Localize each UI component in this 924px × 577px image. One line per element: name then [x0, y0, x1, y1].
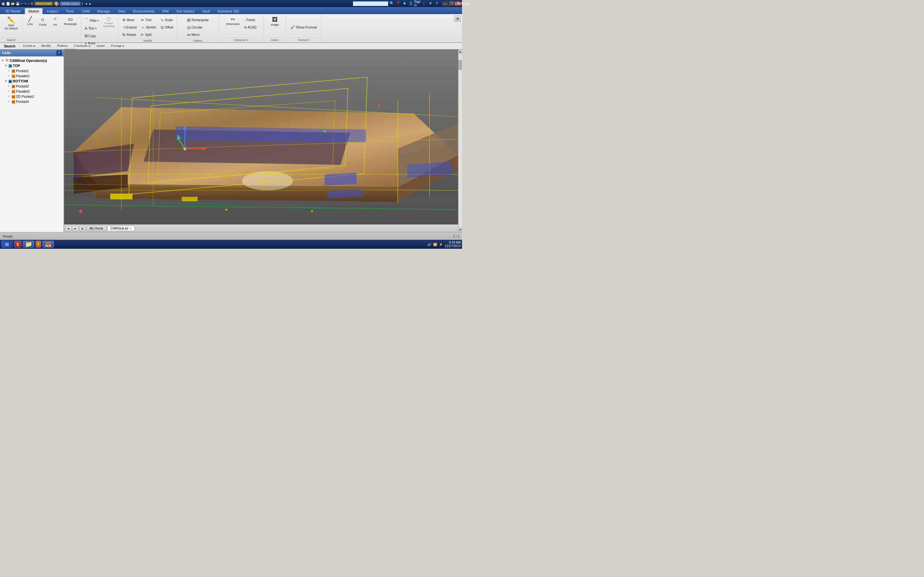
copy-button[interactable]: ⧉ Copy [83, 32, 100, 39]
undo-icon[interactable]: ↩ [21, 2, 23, 5]
bookmark-icon[interactable]: ★ [402, 1, 407, 6]
nav-tab-myhome[interactable]: My Home [87, 226, 106, 231]
app-icon: 🏠 [1, 2, 5, 5]
nav-prev-button[interactable]: ◄ [65, 226, 71, 231]
sketch-tab-label[interactable]: Sketch [0, 43, 19, 49]
close-x-icon[interactable]: ✕ [427, 1, 433, 6]
nav-tab-camseat[interactable]: CAMSeat.ipt ✕ [107, 226, 135, 231]
cam-parallel1-item[interactable]: + = Parallel1 [0, 73, 63, 79]
ribbon-tabs: 3D Model Sketch Inspect Tools CAM Manage… [0, 7, 462, 14]
title-bar: 🏠 📄 📂 💾 ↩ ↪ ⌂ ⚙ Wood (Oak) 🎨 White Oak ▾… [0, 0, 462, 7]
cam-top-item[interactable]: ▼ T TOP [0, 63, 63, 68]
point-label: Point [88, 42, 95, 45]
nav-next-button[interactable]: ► [73, 226, 78, 231]
offset-icon: ⊙ [160, 25, 164, 30]
split-button[interactable]: ⊢ Split [139, 31, 158, 38]
taskbar-folder[interactable]: 📁 [23, 241, 34, 248]
cam-pocket4-item[interactable]: + P Pocket4 [0, 99, 63, 104]
redo-icon[interactable]: ↪ [24, 2, 27, 5]
circle-button[interactable]: ○ Circle [37, 15, 48, 27]
tab-view[interactable]: View [114, 8, 129, 14]
camseat-tab-close[interactable]: ✕ [129, 227, 132, 230]
taskbar: ⊞ S 📁 I 🦊 🔊 📶 ⚡ 8:44 AM 12/27/2014 [0, 240, 462, 249]
text-dropdown[interactable]: ▾ [95, 27, 97, 30]
show-format-button[interactable]: 🖊 Show Format [289, 24, 318, 31]
scroll-up-button[interactable]: ▲ [459, 49, 462, 54]
question-icon[interactable]: ❓ [395, 1, 401, 6]
tab-3d-model[interactable]: 3D Model [2, 8, 24, 14]
taskbar-solidworks[interactable]: S [14, 241, 21, 248]
tab-sketch[interactable]: Sketch [25, 8, 43, 14]
arc-button[interactable]: ◜ Arc [49, 15, 61, 27]
scroll-thumb[interactable] [459, 60, 462, 70]
filename-selector[interactable]: White Oak ▾ [60, 2, 81, 6]
viewport[interactable]: ◄ ► ⊞ My Home CAMSeat.ipt ✕ [64, 49, 458, 232]
mirror-button[interactable]: ⇔ Mirror [186, 31, 210, 38]
fillet-button[interactable]: ⌒ Fillet ▾ [83, 17, 100, 24]
color-picker[interactable]: 🎨 [54, 1, 59, 6]
dimension-button[interactable]: ⇿ Dimension [224, 15, 242, 27]
start-2d-sketch-button[interactable]: ✏️ Start2D Sketch [3, 15, 20, 31]
ribbon-group-format: 🖊 Show Format Format ▾ [286, 14, 321, 42]
rectangle-button[interactable]: ▭ Rectangle [62, 15, 79, 27]
rotate-button[interactable]: ↻ Rotate [121, 31, 138, 38]
points-button[interactable]: · Points [242, 17, 258, 23]
taskbar-inventor[interactable]: I [36, 241, 41, 248]
search-box[interactable] [353, 1, 388, 6]
taskbar-speaker-icon[interactable]: 🔊 [427, 243, 431, 246]
offset-button[interactable]: ⊙ Offset [159, 24, 175, 31]
settings-icon[interactable]: ⚙ [31, 2, 33, 5]
arrow-right-icon[interactable]: ► [89, 2, 92, 5]
cam-help-button[interactable]: ? [57, 50, 61, 55]
start-button[interactable]: ⊞ [1, 240, 13, 248]
tab-inspect[interactable]: Inspect [43, 8, 61, 14]
cam-pocket1-item[interactable]: + P Pocket1 [0, 68, 63, 73]
project-geometry-button[interactable]: ⬡ ProjectGeometry [102, 15, 116, 29]
minimize-btn[interactable]: — [442, 1, 448, 6]
text-button[interactable]: A Text ▾ [83, 25, 100, 32]
trim-button[interactable]: ✂ Trim [139, 17, 158, 23]
taskbar-power-icon[interactable]: ⚡ [439, 243, 443, 246]
scale-button[interactable]: ⤡ Scale [159, 17, 175, 23]
material-selector[interactable]: Wood (Oak) [34, 2, 53, 5]
cam-parallel2-item[interactable]: + = Parallel2 [0, 89, 63, 94]
extend-button[interactable]: ⊣ Extend [121, 24, 138, 31]
rectangular-button[interactable]: ⊞ Rectangular [186, 17, 210, 23]
search-icon[interactable]: 🔍 [389, 1, 395, 6]
line-button[interactable]: ╱ Line [24, 15, 36, 27]
ribbon-settings-button[interactable]: ⚙ [454, 15, 461, 22]
home-icon[interactable]: ⌂ [27, 2, 29, 5]
nav-grid-button[interactable]: ⊞ [79, 226, 86, 231]
fillet-dropdown[interactable]: ▾ [97, 19, 99, 22]
image-button[interactable]: 🖼 Image [269, 15, 281, 27]
point-button[interactable]: + Point [83, 40, 100, 47]
tab-cam[interactable]: CAM [78, 8, 93, 14]
cam-pocket2-item[interactable]: + P Pocket2 [0, 84, 63, 89]
scroll-down-button[interactable]: ▼ [459, 227, 462, 232]
rotate-icon: ↻ [122, 32, 126, 37]
stretch-button[interactable]: ↔ Stretch [139, 24, 158, 31]
cam-bottom-item[interactable]: ▼ B BOTTOM [0, 79, 63, 84]
help-icon[interactable]: ? [434, 1, 439, 6]
cam-2dpocket1-item[interactable]: + 2P 2D Pocket1 [0, 94, 63, 99]
circular-button[interactable]: ◎ Circular [186, 24, 210, 31]
tab-manage[interactable]: Manage [94, 8, 113, 14]
tab-get-started[interactable]: Get Started [173, 8, 198, 14]
arrow-left-icon[interactable]: ◄ [84, 2, 87, 5]
new-icon[interactable]: 📄 [6, 2, 10, 5]
cam-root-item[interactable]: ▼ ⚙ CAMSeat Operation(s) [0, 58, 63, 63]
sign-in-label[interactable]: Sign In [415, 1, 420, 6]
taskbar-network-icon[interactable]: 📶 [433, 243, 437, 246]
acad-button[interactable]: ≡ ACAD [242, 24, 258, 31]
taskbar-firefox[interactable]: 🦊 [42, 241, 54, 248]
tab-environments[interactable]: Environments [129, 8, 158, 14]
restore-btn[interactable]: ❐ [449, 1, 454, 6]
tab-vault[interactable]: Vault [199, 8, 213, 14]
tab-bim[interactable]: BIM [159, 8, 172, 14]
tab-tools[interactable]: Tools [62, 8, 78, 14]
pocket4-icon: P [12, 100, 15, 103]
tab-autodesk360[interactable]: Autodesk 360 [214, 8, 242, 14]
move-button[interactable]: ✛ Move [121, 17, 138, 23]
save-icon[interactable]: 💾 [16, 2, 19, 5]
open-icon[interactable]: 📂 [11, 2, 15, 5]
